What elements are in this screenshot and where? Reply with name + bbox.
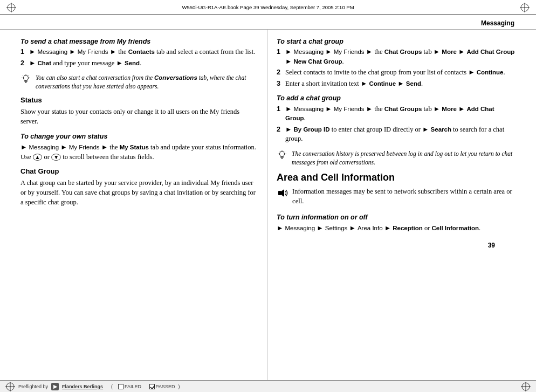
status-heading: Status [20, 96, 259, 105]
bottom-right-crosshair [521, 382, 531, 391]
preflight-company: Flanders Berlings [62, 384, 103, 389]
step-2-text: ► Chat and type your message ► Send. [29, 59, 141, 68]
svg-line-11 [29, 75, 29, 76]
step-num-1: 1 [20, 47, 27, 57]
change-status-body: ► Messaging ► My Friends ► the My Status… [20, 142, 259, 162]
svg-line-18 [279, 152, 279, 152]
start-step-2-text: Select contacts to invite to the chat gr… [285, 68, 505, 78]
preflight-label: Preflighted by [18, 384, 48, 389]
step-1: 1 ► Messaging ► My Friends ► the Contact… [20, 47, 259, 57]
preflight-close: ) [178, 384, 180, 389]
content-area: Messaging To send a chat message from My… [0, 15, 536, 380]
turn-info-body: ► Messaging ► Settings ► Area Info ► Rec… [277, 223, 516, 233]
add-step-2: 2 ► By Group ID to enter chat group ID d… [277, 125, 516, 144]
section-add-chat-group: To add a chat group 1 ► Messaging ► My F… [277, 94, 516, 143]
area-cell-body: Information messages may be sent to netw… [292, 187, 516, 206]
passed-checkbox: PASSED [149, 384, 175, 389]
page-header: Messaging [0, 15, 536, 30]
section-change-status: To change your own status ► Messaging ► … [20, 132, 259, 162]
change-status-heading: To change your own status [20, 132, 259, 141]
preflight-company-icon: ▶ [51, 383, 59, 390]
add-step-num-2: 2 [277, 125, 283, 144]
section-send-chat: To send a chat message from My friends 1… [20, 37, 259, 68]
add-step-1: 1 ► Messaging ► My Friends ► the Chat Gr… [277, 105, 516, 123]
start-step-num-2: 2 [277, 68, 283, 78]
step-1-text: ► Messaging ► My Friends ► the Contacts … [29, 47, 255, 57]
start-chat-group-steps: 1 ► Messaging ► My Friends ► the Chat Gr… [277, 47, 516, 88]
add-chat-group-heading: To add a chat group [277, 94, 516, 102]
start-step-num-1: 1 [277, 47, 283, 66]
svg-line-19 [285, 152, 285, 152]
section-chat-group: Chat Group A chat group can be started b… [20, 167, 259, 207]
failed-label: FAILED [125, 384, 141, 389]
chat-group-heading: Chat Group [20, 167, 259, 176]
section-area-cell: Area and Cell Information [277, 172, 516, 207]
passed-label: PASSED [156, 384, 175, 389]
top-left-crosshair [6, 3, 16, 12]
page-number-area: 39 [277, 238, 516, 250]
area-cell-note: Information messages may be sent to netw… [277, 187, 516, 206]
preflight-bar: Preflighted by ▶ Flanders Berlings ( FAI… [0, 380, 536, 392]
note-1-text: You can also start a chat conversation f… [36, 73, 259, 91]
note-box-1: You can also start a chat conversation f… [20, 73, 259, 91]
add-step-2-text: ► By Group ID to enter chat group ID dir… [285, 125, 516, 144]
section-start-chat-group: To start a chat group 1 ► Messaging ► My… [277, 37, 516, 88]
page-container: W550i-UG-R1A-AE.book Page 39 Wednesday, … [0, 0, 536, 392]
start-step-3: 3 Enter a short invitation text ► Contin… [277, 79, 516, 89]
add-chat-group-steps: 1 ► Messaging ► My Friends ► the Chat Gr… [277, 105, 516, 144]
step-num-2: 2 [20, 59, 27, 68]
lightbulb-icon [20, 74, 31, 85]
lightbulb-icon-2 [277, 150, 287, 161]
section-status: Status Show your status to your contacts… [20, 96, 259, 126]
start-step-num-3: 3 [277, 79, 283, 89]
page-number: 39 [488, 242, 495, 249]
top-border: W550i-UG-R1A-AE.book Page 39 Wednesday, … [0, 0, 536, 15]
section-turn-info: To turn information on or off ► Messagin… [277, 213, 516, 233]
two-col-layout: To send a chat message from My friends 1… [0, 30, 536, 380]
add-step-1-text: ► Messaging ► My Friends ► the Chat Grou… [285, 105, 516, 123]
add-step-num-1: 1 [277, 105, 283, 123]
bottom-left-crosshair [5, 382, 15, 391]
turn-info-heading: To turn information on or off [277, 213, 516, 222]
right-column: To start a chat group 1 ► Messaging ► My… [268, 30, 536, 380]
svg-line-10 [23, 75, 23, 76]
top-right-crosshair [520, 3, 530, 12]
start-chat-group-heading: To start a chat group [277, 37, 516, 46]
start-step-3-text: Enter a short invitation text ► Continue… [285, 79, 423, 89]
section-title: Messaging [481, 19, 514, 27]
svg-point-14 [280, 151, 285, 156]
start-step-1-text: ► Messaging ► My Friends ► the Chat Grou… [285, 47, 516, 66]
note-2-text: The conversation history is preserved be… [292, 149, 516, 167]
start-step-2: 2 Select contacts to invite to the chat … [277, 68, 516, 78]
step-2: 2 ► Chat and type your message ► Send. [20, 59, 259, 68]
status-body: Show your status to your contacts only o… [20, 107, 259, 126]
top-border-text: W550i-UG-R1A-AE.book Page 39 Wednesday, … [182, 4, 354, 10]
broadcast-icon [277, 187, 288, 199]
svg-point-6 [24, 75, 29, 81]
preflight-separator: ( [108, 384, 113, 389]
left-column: To send a chat message from My friends 1… [0, 30, 268, 380]
start-step-1: 1 ► Messaging ► My Friends ► the Chat Gr… [277, 47, 516, 66]
failed-checkbox: FAILED [118, 384, 141, 389]
preflight-sep2 [145, 384, 146, 389]
send-chat-steps: 1 ► Messaging ► My Friends ► the Contact… [20, 47, 259, 68]
area-cell-heading: Area and Cell Information [277, 172, 516, 184]
svg-rect-22 [278, 191, 281, 195]
note-box-2: The conversation history is preserved be… [277, 149, 516, 167]
chat-group-body: A chat group can be started by your serv… [20, 178, 259, 207]
send-chat-heading: To send a chat message from My friends [20, 37, 259, 46]
